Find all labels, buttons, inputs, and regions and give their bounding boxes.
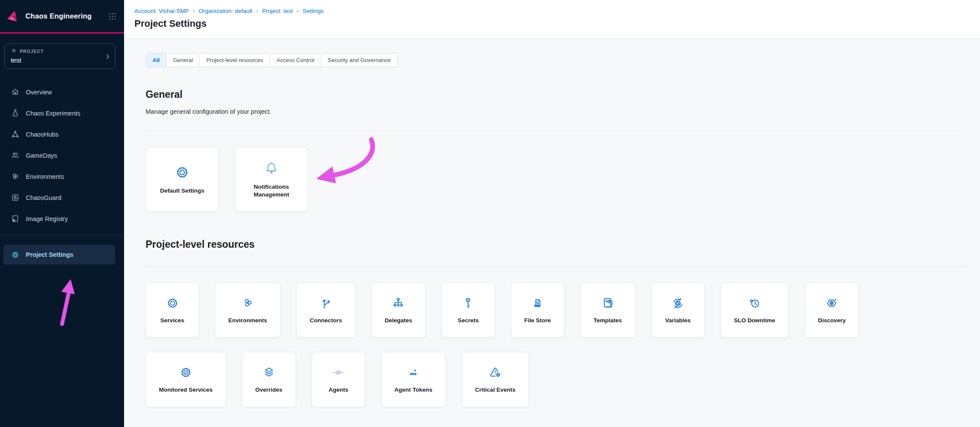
cards-row: Monitored ServicesOverridesAgentsAgent T…: [146, 352, 980, 407]
templates-icon: [600, 296, 615, 310]
gear-check-icon: [179, 365, 193, 380]
card-label: Discovery: [818, 317, 846, 324]
project-selector-label: PROJECT: [20, 49, 44, 54]
sidebar-item-label: ChaosHubs: [26, 131, 59, 138]
home-icon: [11, 87, 20, 97]
hierarchy-icon: [391, 296, 405, 310]
code-pins-icon: [331, 365, 345, 380]
key-icon: [461, 296, 475, 310]
app-root: Chaos Engineering PROJECT test › Overvie…: [0, 0, 980, 427]
sidebar-item-chaos-experiments[interactable]: Chaos Experiments: [0, 103, 124, 124]
annotation-arrow-curved: [313, 137, 382, 187]
card-label: Templates: [594, 317, 622, 324]
section-project-level-resources: Project-level resourcesServicesEnvironme…: [146, 239, 980, 407]
tab-security-and-governance[interactable]: Security and Governance: [321, 53, 398, 67]
branch-icon: [319, 296, 333, 310]
section-heading: General: [146, 89, 980, 100]
sidebar-item-label: Overview: [26, 89, 52, 96]
breadcrumb-item-organization-default[interactable]: Organization: default: [199, 8, 252, 14]
tab-all[interactable]: All: [146, 53, 167, 67]
sidebar-settings-wrap: Project Settings: [0, 245, 124, 265]
annotation-arrow-up: [51, 276, 81, 327]
card-variables[interactable]: Variables: [651, 283, 705, 338]
warning-gear-icon: [488, 365, 502, 380]
card-critical-events[interactable]: Critical Events: [462, 352, 529, 407]
project-selector[interactable]: PROJECT test ›: [4, 44, 115, 69]
token-dots-icon: [406, 365, 420, 380]
sidebar-item-environments[interactable]: Environments: [0, 166, 124, 187]
sidebar-item-label: Project Settings: [26, 251, 73, 258]
card-file-store[interactable]: File Store: [511, 283, 564, 338]
sections-container: GeneralManage general configuration of y…: [146, 89, 980, 407]
chaos-engineering-logo-icon: [6, 9, 21, 24]
card-overrides[interactable]: Overrides: [242, 352, 296, 407]
file-tray-icon: [530, 296, 544, 310]
sidebar-item-gamedays[interactable]: GameDays: [0, 145, 124, 166]
sidebar-item-label: Environments: [26, 173, 64, 180]
sidebar-item-image-registry[interactable]: Image Registry: [0, 208, 124, 229]
sidebar: Chaos Engineering PROJECT test › Overvie…: [0, 0, 124, 427]
chevron-right-icon: ›: [106, 51, 109, 61]
card-label: Monitored Services: [159, 386, 213, 394]
breadcrumb-item-project-test[interactable]: Project: test: [262, 8, 293, 14]
sidebar-item-chaosguard[interactable]: ChaosGuard: [0, 187, 124, 208]
cube-icon: [11, 48, 17, 54]
card-label: Services: [160, 317, 184, 324]
card-label: Environments: [228, 317, 267, 324]
sidebar-item-label: Chaos Experiments: [26, 110, 81, 117]
card-templates[interactable]: Templates: [580, 283, 635, 338]
content-area: AllGeneralProject-level resourcesAccess …: [124, 39, 980, 427]
card-agents[interactable]: Agents: [312, 352, 365, 407]
app-title: Chaos Engineering: [25, 12, 108, 20]
tab-access-control[interactable]: Access Control: [270, 53, 321, 67]
card-monitored-services[interactable]: Monitored Services: [146, 352, 226, 407]
page-title: Project Settings: [134, 18, 980, 29]
cards-row: Default SettingsNotifications Management: [146, 147, 980, 212]
sidebar-item-project-settings[interactable]: Project Settings: [3, 245, 115, 265]
breadcrumb-separator: ›: [193, 7, 195, 14]
card-secrets[interactable]: Secrets: [442, 283, 495, 338]
breadcrumb-item-account-vishal-smp[interactable]: Account: Vishal-SMP: [134, 8, 189, 14]
card-label: Connectors: [310, 317, 342, 324]
circles-icon: [11, 172, 20, 181]
breadcrumb-item-settings[interactable]: Settings: [302, 8, 324, 14]
tab-project-level-resources[interactable]: Project-level resources: [200, 53, 270, 67]
gear-icon: [165, 296, 180, 310]
card-delegates[interactable]: Delegates: [371, 283, 426, 338]
card-notifications-management[interactable]: Notifications Management: [235, 147, 308, 212]
card-services[interactable]: Services: [146, 283, 199, 338]
project-name: test: [11, 56, 109, 64]
card-environments[interactable]: Environments: [215, 283, 280, 338]
main-area: Account: Vishal-SMP›Organization: defaul…: [124, 0, 980, 427]
gear-icon: [174, 164, 190, 181]
card-label: Critical Events: [475, 386, 516, 394]
card-slo-downtime[interactable]: SLO Downtime: [721, 283, 789, 338]
bell-icon: [263, 160, 280, 177]
sidebar-item-overview[interactable]: Overview: [0, 81, 124, 103]
card-label: Overrides: [255, 386, 283, 394]
card-connectors[interactable]: Connectors: [296, 283, 355, 338]
clock-badge-icon: [747, 296, 762, 310]
card-label: Default Settings: [160, 187, 205, 195]
card-default-settings[interactable]: Default Settings: [146, 147, 219, 212]
layers-icon: [262, 365, 276, 380]
section-subtitle: Manage general configuration of your pro…: [146, 108, 980, 115]
module-grid-icon[interactable]: [108, 12, 117, 21]
tab-general[interactable]: General: [167, 53, 200, 67]
card-label: Variables: [665, 317, 691, 324]
section-divider: [146, 266, 967, 267]
breadcrumb-separator: ›: [256, 7, 258, 14]
card-label: Delegates: [385, 317, 412, 324]
card-label: SLO Downtime: [734, 317, 775, 324]
card-discovery[interactable]: Discovery: [805, 283, 859, 338]
sidebar-item-chaoshubs[interactable]: ChaosHubs: [0, 124, 124, 145]
card-label: File Store: [524, 317, 551, 324]
breadcrumb: Account: Vishal-SMP›Organization: defaul…: [134, 7, 980, 14]
page-header: Account: Vishal-SMP›Organization: defaul…: [124, 0, 980, 39]
flask-icon: [11, 109, 20, 118]
section-divider: [146, 131, 967, 131]
section-general: GeneralManage general configuration of y…: [146, 89, 980, 212]
card-label: Agent Tokens: [395, 386, 432, 394]
section-heading: Project-level resources: [146, 239, 980, 250]
card-agent-tokens[interactable]: Agent Tokens: [381, 352, 446, 407]
